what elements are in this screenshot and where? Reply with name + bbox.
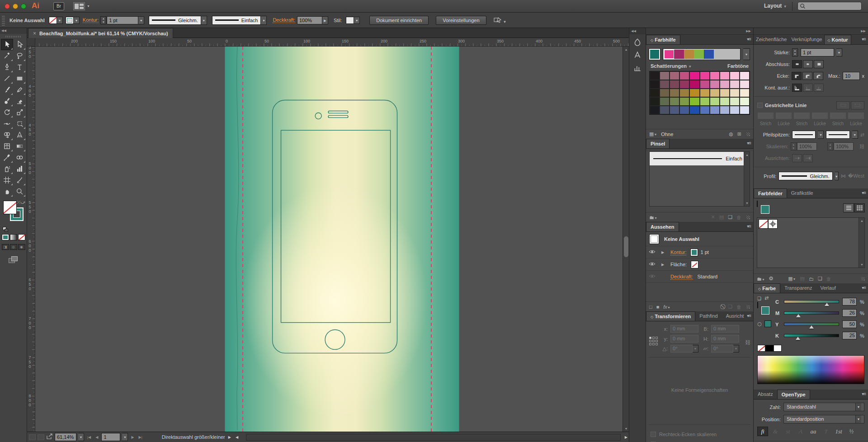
variation-swatch[interactable] [660, 89, 670, 97]
style-dropdown-icon[interactable]: ▼ [354, 17, 360, 24]
visibility-eye-icon[interactable] [649, 274, 659, 279]
horizontal-scrollbar[interactable] [246, 434, 621, 441]
variation-swatch[interactable] [720, 106, 730, 114]
swap-fill-stroke-icon[interactable]: ⤫⤻ [17, 200, 25, 205]
slider-thumb[interactable] [796, 337, 800, 340]
show-swatch-kinds-icon[interactable]: ▦▼ [788, 276, 796, 282]
fill-proxy-swatch[interactable] [757, 302, 758, 308]
variation-swatch[interactable] [720, 80, 730, 89]
fill-color-control[interactable]: ▼ [49, 17, 63, 24]
variation-swatch[interactable] [689, 71, 699, 80]
artboard-tool[interactable] [1, 174, 13, 186]
mini-proxy-icon[interactable]: ❏ [757, 296, 761, 301]
channel-value-field[interactable]: 78 [842, 298, 857, 306]
join-round-button[interactable] [802, 72, 812, 80]
artboard-number-field[interactable]: 1 [101, 433, 120, 441]
next-artboard-icon[interactable]: ▶ [130, 435, 135, 439]
workspace-switcher[interactable]: Layout ▼ [764, 3, 787, 9]
variation-swatch[interactable] [730, 97, 740, 106]
kontur-menu-icon[interactable]: ▾≡ [862, 37, 866, 42]
preferences-button[interactable]: Voreinstellungen [436, 16, 486, 25]
scroll-up-icon[interactable]: ▲ [744, 152, 750, 158]
mesh-tool[interactable] [1, 141, 13, 152]
zoom-tool[interactable] [14, 186, 26, 197]
variation-swatch[interactable] [660, 97, 670, 106]
eyedropper-tool[interactable] [1, 152, 13, 163]
farbhilfe-base-swatch[interactable] [649, 49, 660, 60]
type-tool[interactable] [14, 61, 26, 73]
variation-swatch[interactable] [689, 106, 699, 114]
shape-builder-tool[interactable] [1, 129, 13, 141]
panel-resize-grip[interactable] [746, 216, 750, 219]
tab-grafikstile[interactable]: Grafikstile [787, 188, 817, 198]
opentype-1st-button[interactable]: 1st [833, 427, 844, 436]
slider-thumb[interactable] [825, 303, 829, 306]
dock-expand-icon[interactable]: ◀◀ [629, 28, 646, 34]
slider-thumb[interactable] [796, 314, 801, 317]
stroke-width-field[interactable]: 1 pt [107, 16, 138, 24]
farbe-menu-icon[interactable]: ▾≡ [862, 285, 866, 290]
eraser-tool[interactable] [14, 95, 26, 107]
close-document-icon[interactable]: × [33, 30, 36, 37]
tab-aussehen[interactable]: Aussehen [646, 222, 679, 231]
gradient-button[interactable] [10, 234, 17, 240]
brush-dropdown-icon[interactable]: ▼ [261, 16, 267, 25]
draw-normal-icon[interactable]: ◨ [2, 244, 9, 250]
dock2-collapse-icon[interactable]: ▶▶ [754, 28, 868, 35]
panel-resize-grip[interactable] [861, 277, 865, 281]
variation-swatch[interactable] [660, 71, 670, 80]
arrowhead-end-dropdown-icon[interactable]: ▼ [852, 131, 858, 139]
variation-swatch[interactable] [710, 71, 720, 80]
selection-tool[interactable] [1, 39, 13, 50]
staerke-stepper[interactable]: ▲▼ [792, 48, 798, 56]
free-transform-tool[interactable] [14, 118, 26, 129]
variation-swatch[interactable] [700, 71, 710, 80]
tab-absatz[interactable]: Absatz [754, 390, 777, 399]
variation-swatch[interactable] [670, 89, 679, 97]
deckkraft-link[interactable]: Deckkraft: [273, 17, 295, 23]
document-setup-button[interactable]: Dokument einrichten [369, 16, 429, 25]
channel-value-field[interactable]: 50 [842, 320, 857, 328]
draw-behind-icon[interactable]: ◎ [10, 244, 17, 250]
color-themes-icon[interactable]: ❂ [769, 276, 773, 282]
variation-swatch[interactable] [720, 71, 730, 80]
variation-swatch[interactable] [670, 71, 679, 80]
slider-track[interactable] [784, 323, 839, 326]
save-to-swatches-icon[interactable]: ⊞ [737, 131, 741, 137]
variation-swatch[interactable] [740, 80, 750, 89]
opentype-menu-icon[interactable]: ▾≡ [862, 391, 866, 396]
pencil-tool[interactable] [14, 84, 26, 95]
figure-select[interactable]: Standardzahl▼ [783, 403, 864, 411]
last-artboard-icon[interactable]: ▶| [137, 435, 144, 439]
new-fill-icon[interactable]: ■ [656, 304, 660, 310]
variation-swatch[interactable] [730, 80, 740, 89]
toolbar-collapse-icon[interactable]: ◀◀ [0, 28, 27, 34]
tab-kontur[interactable]: ◇Kontur [824, 35, 851, 44]
new-color-group-icon[interactable]: 🗀 [809, 276, 814, 282]
zoom-level-field[interactable]: 61,14% [55, 433, 76, 441]
staerke-dropdown-icon[interactable]: ▼ [836, 48, 842, 56]
arrowhead-end-select[interactable] [826, 131, 849, 139]
variation-swatch[interactable] [679, 106, 689, 114]
screen-mode-icon[interactable] [9, 256, 19, 263]
tab-pathfinder[interactable]: Pathfind [695, 311, 722, 321]
stroke-color-control[interactable]: ▼ [66, 17, 80, 24]
opentype--button[interactable]: ½ [846, 427, 857, 436]
color-button[interactable] [2, 234, 9, 240]
tab-verlauf[interactable]: Verlauf [816, 283, 840, 293]
aussehen-menu-icon[interactable]: ▾≡ [747, 224, 751, 229]
pen-tool[interactable] [1, 61, 13, 73]
variation-swatch[interactable] [730, 106, 740, 114]
edit-colors-icon[interactable]: ◍ [729, 131, 733, 137]
arrowhead-start-select[interactable] [792, 131, 816, 139]
kontur-attribute-link[interactable]: Kontur: [670, 249, 686, 255]
arrowhead-start-dropdown-icon[interactable]: ▼ [818, 131, 824, 139]
variation-swatch[interactable] [720, 97, 730, 106]
close-window-button[interactable] [5, 4, 10, 9]
brush-definition-control[interactable]: Einfach ▼ [212, 16, 267, 25]
variation-swatch[interactable] [740, 97, 750, 106]
dock1-collapse-icon[interactable]: ▶▶ [646, 28, 753, 35]
harmony-color-chip[interactable] [694, 50, 704, 59]
expand-triangle-icon[interactable]: ▶ [661, 250, 666, 254]
scroll-down-icon[interactable]: ▼ [623, 426, 629, 432]
